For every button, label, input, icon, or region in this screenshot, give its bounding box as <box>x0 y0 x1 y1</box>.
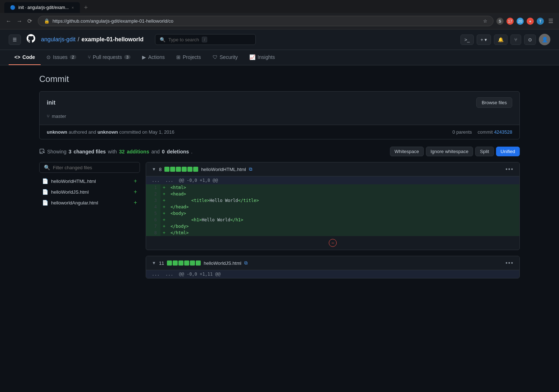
security-nav-icon: 🛡 <box>213 54 218 60</box>
breadcrumb-repo[interactable]: example-01-helloworld <box>82 36 144 43</box>
file-tree-item-1[interactable]: 📄 helloWorldHTML.html + <box>39 176 140 186</box>
back-button[interactable]: ← <box>4 17 13 26</box>
branch-name: master <box>52 114 66 119</box>
copy-file-2-path-button[interactable]: ⧉ <box>244 260 247 266</box>
issues-nav-icon: ⊙ <box>46 54 51 60</box>
deletions-label: deletions <box>167 149 189 155</box>
collapse-file-2-button[interactable]: ▼ <box>152 260 156 266</box>
file-icon-3: 📄 <box>42 200 48 206</box>
file-badge-3: + <box>134 199 137 206</box>
diff-line-1-5: 5 + <body> <box>146 210 519 217</box>
file-tree: 🔍 📄 helloWorldHTML.html + 📄 helloWorldJS… <box>39 162 140 284</box>
ext-icon-4[interactable]: ● <box>527 18 534 25</box>
diff-file-2-actions: ••• <box>505 260 514 266</box>
file-icon-2: 📄 <box>42 189 48 195</box>
nav-pull-requests[interactable]: ⑂ Pull requests 3 <box>82 50 136 65</box>
nav-code[interactable]: <> Code <box>9 50 41 65</box>
diff-file-1-menu-button[interactable]: ••• <box>505 166 514 172</box>
file-name-2: helloWorldJS.html <box>51 189 89 195</box>
nav-issues[interactable]: ⊙ Issues 2 <box>41 50 82 65</box>
diff-layout: 🔍 📄 helloWorldHTML.html + 📄 helloWorldJS… <box>39 162 520 284</box>
ext-icon-1[interactable]: S <box>496 18 504 25</box>
diff-file-1-header: ▼ 8 helloWorldHTML.html ⧉ <box>146 162 519 176</box>
browse-files-button[interactable]: Browse files <box>476 97 512 108</box>
split-button[interactable]: Split <box>475 147 494 156</box>
deletions-count: 0 <box>162 149 165 155</box>
nav-insights[interactable]: 📈 Insights <box>244 50 281 65</box>
new-tab-button[interactable]: + <box>81 3 91 13</box>
tab-title: init · angularjs-gdit/exam... <box>18 5 69 10</box>
notifications-button[interactable]: 🔔 <box>494 34 508 45</box>
changed-label: changed files <box>74 149 106 155</box>
commit-author: unknown <box>47 129 67 135</box>
browser-tab-bar: 🔵 init · angularjs-gdit/exam... × + <box>0 0 559 13</box>
nav-projects[interactable]: ⊞ Projects <box>171 50 207 65</box>
browser-menu-button[interactable]: ☰ <box>547 16 555 26</box>
search-icon: 🔍 <box>160 37 165 42</box>
diff-file-2-header: ▼ 11 helloWorldJS.html ⧉ <box>146 256 519 270</box>
ext-icon-2[interactable]: 17 <box>506 18 514 25</box>
diff-view-options: Whitespace Ignore whitespace Split Unifi… <box>390 147 520 156</box>
search-placeholder: Type to search <box>168 37 199 42</box>
file-item-left-1: 📄 helloWorldHTML.html <box>42 178 96 184</box>
showing-label: Showing <box>47 149 67 155</box>
file-tree-item-3[interactable]: 📄 helloworldAngular.html + <box>39 197 140 208</box>
repo-nav: <> Code ⊙ Issues 2 ⑂ Pull requests 3 ▶ A… <box>0 50 559 65</box>
ext-icon-3[interactable]: 20 <box>517 18 524 25</box>
file-tree-search[interactable]: 🔍 <box>39 162 140 173</box>
breadcrumb-separator: / <box>78 36 79 43</box>
unified-button[interactable]: Unified <box>496 147 520 156</box>
reload-button[interactable]: ⟳ <box>26 16 33 26</box>
sidebar-toggle-button[interactable]: ☰ <box>9 34 21 45</box>
active-tab[interactable]: 🔵 init · angularjs-gdit/exam... × <box>4 2 80 13</box>
diff-collapse-button[interactable]: − <box>146 236 519 250</box>
ext-icon-5[interactable]: T <box>537 18 544 25</box>
diff-hunk-dots-left: ... <box>152 178 160 183</box>
nav-security[interactable]: 🛡 Security <box>207 50 244 65</box>
collapse-circle-icon: − <box>329 239 337 247</box>
file-item-left-2: 📄 helloWorldJS.html <box>42 189 89 195</box>
diff-line-1-4: 4 + </head> <box>146 204 519 210</box>
copy-file-1-path-button[interactable]: ⧉ <box>249 166 252 172</box>
breadcrumb-org[interactable]: angularjs-gdit <box>41 36 76 43</box>
collapse-file-1-button[interactable]: ▼ <box>152 167 156 172</box>
diff-line-1-7: 7 + </body> <box>146 223 519 230</box>
tab-favicon: 🔵 <box>10 5 15 10</box>
issues-button[interactable]: ⊙ <box>524 34 536 45</box>
changed-count: 3 <box>69 149 72 155</box>
code-icon: <> <box>14 54 20 60</box>
commit-hash[interactable]: 4243528 <box>494 129 512 135</box>
filter-search-icon: 🔍 <box>44 165 50 170</box>
diff-line-1-2: 2 + <head> <box>146 191 519 197</box>
file-tree-item-2[interactable]: 📄 helloWorldJS.html + <box>39 186 140 197</box>
global-search[interactable]: 🔍 Type to search / <box>155 34 256 45</box>
tab-close-button[interactable]: × <box>72 5 74 10</box>
diff-file-2-menu-button[interactable]: ••• <box>505 260 514 266</box>
url-text: https://github.com/angularjs-gdit/exampl… <box>53 18 480 24</box>
bookmark-icon[interactable]: ☆ <box>483 18 487 24</box>
forward-button[interactable]: → <box>15 17 24 26</box>
user-avatar[interactable]: 👤 <box>539 34 550 45</box>
breadcrumb: angularjs-gdit / example-01-helloworld <box>41 36 144 43</box>
ignore-whitespace-button[interactable]: Ignore whitespace <box>426 147 473 156</box>
diff-file-1-blocks <box>164 167 198 172</box>
address-bar[interactable]: 🔒 https://github.com/angularjs-gdit/exam… <box>38 16 494 26</box>
filter-input[interactable] <box>53 165 135 170</box>
nav-controls: ← → ⟳ <box>4 16 33 26</box>
authored-text: authored and <box>69 129 96 135</box>
pulls-button[interactable]: ⑂ <box>510 34 521 45</box>
diff-file-1-title: ▼ 8 helloWorldHTML.html ⧉ <box>152 166 252 172</box>
whitespace-button[interactable]: Whitespace <box>390 147 424 156</box>
file-name-1: helloWorldHTML.html <box>51 179 96 184</box>
commit-meta-right: 0 parents commit 4243528 <box>453 129 512 135</box>
diff-hunk-1-range: @@ -0,0 +1,8 @@ <box>179 178 218 183</box>
projects-nav-icon: ⊞ <box>176 54 181 60</box>
security-icon: 🔒 <box>44 18 50 24</box>
commit-card-header: init Browse files <box>40 92 519 114</box>
nav-actions[interactable]: ▶ Actions <box>136 50 171 65</box>
diff-file-1-count: 8 <box>159 167 162 172</box>
commit-hash-label: commit 4243528 <box>478 129 512 135</box>
diff-hunk-dots-right: ... <box>165 178 173 183</box>
terminal-button[interactable]: >_ <box>460 34 474 45</box>
new-button[interactable]: + ▾ <box>477 34 491 45</box>
